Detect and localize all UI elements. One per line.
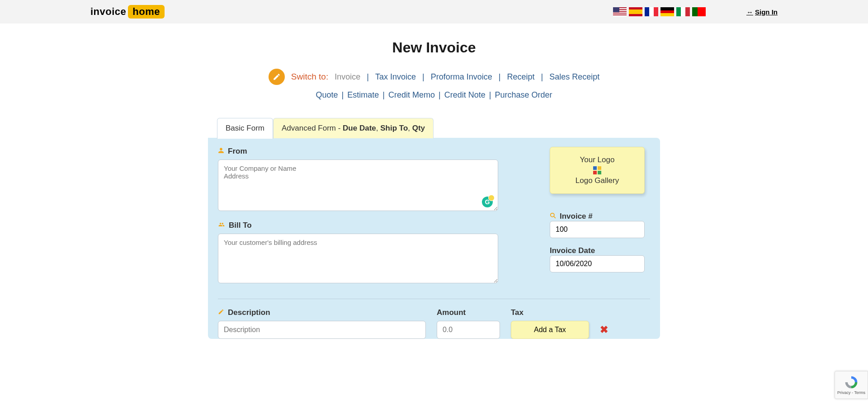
- logo[interactable]: invoice home: [90, 5, 165, 19]
- from-input[interactable]: [218, 159, 498, 211]
- divider: [218, 299, 650, 299]
- topbar: invoice home ↔ Sign In: [0, 0, 868, 23]
- switch-to-label: Switch to:: [291, 72, 328, 82]
- flag-us[interactable]: [613, 7, 627, 16]
- flag-pt[interactable]: [692, 7, 706, 16]
- signin-icon: ↔: [746, 8, 753, 16]
- logo-box-line1: Your Logo: [555, 155, 640, 164]
- amount-label: Amount: [437, 308, 500, 317]
- flag-it[interactable]: [676, 7, 690, 16]
- billto-input[interactable]: [218, 234, 498, 283]
- search-icon: [550, 212, 556, 221]
- person-icon: [218, 147, 224, 156]
- signin-label: Sign In: [755, 8, 778, 16]
- doc-type-credit-memo[interactable]: Credit Memo: [388, 90, 435, 100]
- logo-box-line2: Logo Gallery: [555, 176, 640, 185]
- doc-type-purchase-order[interactable]: Purchase Order: [495, 90, 552, 100]
- doc-type-switch-row1: Switch to: Invoice | Tax Invoice | Profo…: [208, 69, 660, 85]
- grammarly-icon[interactable]: G: [482, 197, 493, 207]
- invoice-date-label: Invoice Date: [550, 246, 645, 255]
- logo-gallery-icon: [593, 166, 601, 174]
- flag-de[interactable]: [660, 7, 674, 16]
- header-right: ↔ Sign In: [613, 7, 778, 16]
- logo-upload-box[interactable]: Your Logo Logo Gallery: [550, 147, 645, 194]
- svg-line-1: [554, 216, 556, 218]
- svg-point-0: [551, 213, 554, 217]
- page-title: New Invoice: [208, 39, 660, 56]
- doc-type-tax-invoice[interactable]: Tax Invoice: [375, 72, 416, 82]
- pencil-icon: [269, 69, 285, 85]
- from-label: From: [218, 147, 498, 156]
- doc-type-receipt[interactable]: Receipt: [507, 72, 534, 82]
- tab-advanced-form[interactable]: Advanced Form - Due Date, Ship To, Qty: [273, 118, 434, 138]
- tax-label: Tax: [511, 308, 524, 317]
- logo-home-text: home: [128, 5, 165, 19]
- invoice-date-input[interactable]: [550, 255, 645, 272]
- remove-line-icon[interactable]: ✖: [600, 324, 608, 336]
- invoice-number-label: Invoice #: [550, 212, 645, 221]
- tab-basic-form[interactable]: Basic Form: [217, 118, 273, 139]
- doc-type-invoice: Invoice: [335, 72, 360, 82]
- invoice-number-input[interactable]: [550, 221, 645, 238]
- invoice-form-panel: From G Bill To: [208, 138, 660, 339]
- language-flags: [613, 7, 706, 16]
- flag-fr[interactable]: [645, 7, 658, 16]
- flag-es[interactable]: [629, 7, 642, 16]
- right-column: Your Logo Logo Gallery Invoice # Invoice…: [509, 147, 650, 285]
- doc-type-proforma-invoice[interactable]: Proforma Invoice: [431, 72, 492, 82]
- pencil-small-icon: [218, 308, 224, 317]
- main-container: New Invoice Switch to: Invoice | Tax Inv…: [208, 23, 660, 339]
- doc-type-switch-row2: Quote | Estimate | Credit Memo | Credit …: [208, 90, 660, 100]
- logo-invoice-text: invoice: [90, 6, 126, 18]
- line-items-header: Description Amount Tax: [218, 308, 650, 321]
- signin-link[interactable]: ↔ Sign In: [746, 8, 778, 16]
- description-label: Description: [218, 308, 426, 317]
- doc-type-sales-receipt[interactable]: Sales Receipt: [549, 72, 599, 82]
- left-column: From G Bill To: [218, 147, 498, 285]
- amount-input[interactable]: [437, 321, 500, 339]
- billto-label: Bill To: [218, 221, 498, 230]
- form-row-1: From G Bill To: [218, 147, 650, 285]
- doc-type-quote[interactable]: Quote: [316, 90, 338, 100]
- line-item-row: Add a Tax ✖: [218, 321, 650, 339]
- doc-type-credit-note[interactable]: Credit Note: [444, 90, 486, 100]
- form-tabs: Basic Form Advanced Form - Due Date, Shi…: [217, 118, 660, 138]
- people-icon: [218, 221, 225, 230]
- description-input[interactable]: [218, 321, 426, 339]
- doc-type-estimate[interactable]: Estimate: [347, 90, 379, 100]
- add-tax-button[interactable]: Add a Tax: [511, 321, 589, 339]
